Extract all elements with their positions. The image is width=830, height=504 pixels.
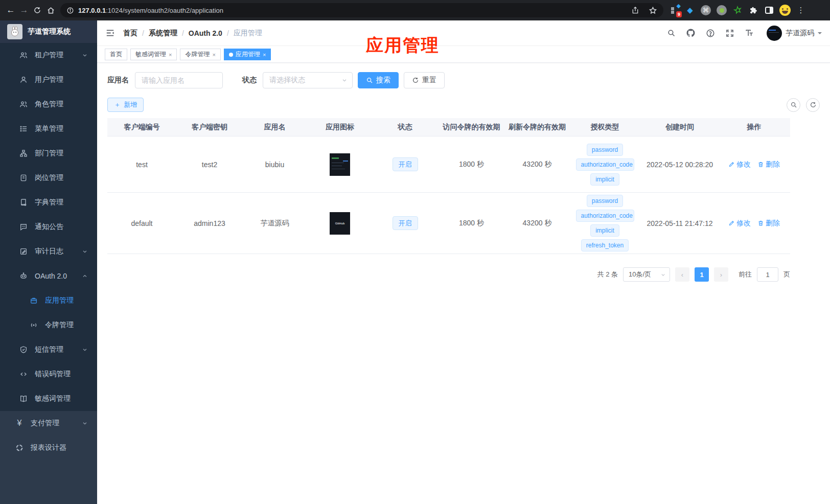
browser-reload-button[interactable] [31,4,44,17]
green-star-extension-icon[interactable] [732,5,743,16]
chevron-up-icon [82,273,88,279]
sidebar-item-menu[interactable]: 菜单管理 [0,117,97,141]
breadcrumb-oauth[interactable]: OAuth 2.0 [189,29,222,37]
tab-token[interactable]: 令牌管理× [180,49,220,60]
user-dropdown[interactable]: 芋道源码 [767,26,822,41]
sidebar-item-sms[interactable]: 短信管理 [0,337,97,362]
edit-link[interactable]: 修改 [728,219,751,228]
cell-access-ttl: 1800 秒 [437,160,506,169]
role-icon [19,100,28,108]
tags-view-bar: 首页 敏感词管理× 令牌管理× 应用管理× [97,46,830,63]
breadcrumb-system[interactable]: 系统管理 [149,29,177,38]
sidebar: 芋道管理系统 租户管理 用户管理 角色管理 菜单管理 部门管理 岗位管理 字典管… [0,20,97,504]
active-tab-dot [229,53,233,57]
chevron-down-icon [82,248,88,255]
next-page-button[interactable]: › [714,267,728,282]
chevron-down-icon [82,52,88,58]
sidebar-lower-section: ¥支付管理 报表设计器 [0,411,97,504]
tab-application[interactable]: 应用管理× [224,49,271,60]
extension-grid-icon[interactable]: ◆ 9 [668,5,680,16]
sidebar-item-errorcode[interactable]: 错误码管理 [0,362,97,386]
add-button[interactable]: ＋新增 [107,98,144,112]
sidebar-logo[interactable]: 芋道管理系统 [0,20,97,43]
browser-home-button[interactable] [44,4,57,17]
edit-link[interactable]: 修改 [728,160,751,169]
cell-client-id: test [107,161,176,169]
delete-link[interactable]: 删除 [757,219,780,228]
header-search-icon[interactable] [667,29,676,37]
github-icon[interactable] [686,28,696,38]
cell-client-id: default [107,219,176,227]
breadcrumb-home[interactable]: 首页 [123,29,137,38]
extensions-puzzle-icon[interactable] [748,5,759,16]
refresh-table-button[interactable] [806,98,820,112]
status-label: 状态 [242,76,257,85]
browser-forward-button[interactable]: → [17,4,31,17]
profile-avatar-icon[interactable] [779,5,791,16]
recorder-extension-icon[interactable] [716,5,727,16]
chevron-down-icon [82,420,88,426]
tab-sensitiveword[interactable]: 敏感词管理× [130,49,177,60]
browser-menu-icon[interactable]: ⋮ [795,5,806,16]
prev-page-button[interactable]: ‹ [675,267,689,282]
robot-icon [19,272,28,280]
address-bar[interactable]: 127.0.0.1:1024/system/oauth2/oauth2/appl… [60,3,663,17]
gem-extension-icon[interactable]: ◆ [684,5,696,16]
sidebar-item-reportdesigner[interactable]: 报表设计器 [0,436,97,460]
search-button[interactable]: 搜索 [358,72,399,88]
total-count: 共 2 条 [597,270,618,279]
sidebar-item-sensitiveword[interactable]: 敏感词管理 [0,386,97,411]
share-icon[interactable] [631,6,639,14]
sidebar-item-user[interactable]: 用户管理 [0,67,97,92]
sidebar-item-pay[interactable]: ¥支付管理 [0,411,97,436]
briefcase-icon [30,296,38,305]
bookmark-star-icon[interactable] [649,6,657,15]
app-name-label: 应用名 [107,76,129,85]
plus-icon: ＋ [114,100,121,109]
sidebar-item-oauth[interactable]: OAuth 2.0 [0,264,97,288]
font-size-icon[interactable] [745,28,754,38]
fullscreen-icon[interactable] [725,29,734,38]
search-icon [366,77,373,84]
goto-page-input[interactable] [757,267,778,282]
side-panel-icon[interactable] [764,5,775,16]
hamburger-icon[interactable] [105,28,115,38]
grant-type-tags: password authorization_code implicit ref… [576,195,634,251]
close-icon[interactable]: × [263,52,266,58]
site-info-icon[interactable] [66,7,74,14]
sidebar-item-oauth-token[interactable]: 令牌管理 [0,313,97,337]
tab-home[interactable]: 首页 [105,49,127,60]
close-icon[interactable]: × [169,52,172,58]
trash-icon [757,220,764,226]
page-size-select[interactable]: 10条/页 [623,267,670,282]
grant-type-tags: password authorization_code implicit [576,144,634,186]
applications-table: 客户端编号 客户端密钥 应用名 应用图标 状态 访问令牌的有效期 刷新令牌的有效… [107,118,790,254]
filter-form: 应用名 状态 请选择状态 搜索 重置 [107,72,820,88]
yen-icon: ¥ [15,419,24,428]
toggle-search-button[interactable] [787,98,800,112]
help-icon[interactable] [706,29,715,38]
browser-toolbar: ← → 127.0.0.1:1024/system/oauth2/oauth2/… [0,0,830,20]
edit-log-icon [19,247,28,256]
status-select[interactable]: 请选择状态 [263,72,353,88]
sidebar-item-post[interactable]: 岗位管理 [0,166,97,190]
sidebar-item-auditlog[interactable]: 审计日志 [0,239,97,264]
sidebar-item-oauth-application[interactable]: 应用管理 [0,288,97,313]
sidebar-item-tenant[interactable]: 租户管理 [0,43,97,67]
table-header-row: 客户端编号 客户端密钥 应用名 应用图标 状态 访问令牌的有效期 刷新令牌的有效… [107,118,790,136]
sidebar-item-dict[interactable]: 字典管理 [0,190,97,215]
pen-icon [728,220,735,226]
browser-back-button[interactable]: ← [4,4,17,17]
close-icon[interactable]: × [212,52,215,58]
command-extension-icon[interactable]: ⌘ [700,5,711,16]
menu-list-icon [19,125,28,133]
reset-button[interactable]: 重置 [404,72,445,88]
sidebar-item-role[interactable]: 角色管理 [0,92,97,117]
extension-badge: 9 [676,11,682,17]
app-name-input[interactable] [135,72,223,88]
current-page-button[interactable]: 1 [695,267,709,282]
sidebar-item-dept[interactable]: 部门管理 [0,141,97,166]
delete-link[interactable]: 删除 [757,160,780,169]
sidebar-item-notice[interactable]: 通知公告 [0,215,97,239]
status-tag: 开启 [393,216,418,230]
